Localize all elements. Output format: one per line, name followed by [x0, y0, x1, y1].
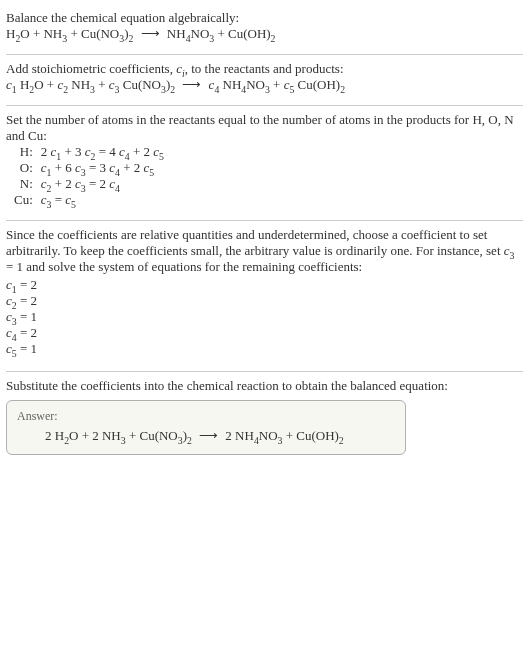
substitute-text: Substitute the coefficients into the che… — [6, 378, 523, 394]
coef-list: c1 = 2 c2 = 2 c3 = 1 c4 = 2 c5 = 1 — [6, 277, 523, 357]
arrow-icon: ⟶ — [137, 26, 164, 42]
answer-label: Answer: — [17, 409, 395, 424]
atoms-section: Set the number of atoms in the reactants… — [6, 108, 523, 218]
atoms-table: H: 2 c1 + 3 c2 = 4 c4 + 2 c5 O: c1 + 6 c… — [10, 144, 168, 208]
intro-text: Balance the chemical equation algebraica… — [6, 10, 523, 26]
coef-item: c2 = 2 — [6, 293, 523, 309]
table-row: Cu: c3 = c5 — [10, 192, 168, 208]
coef-item: c3 = 1 — [6, 309, 523, 325]
divider — [6, 54, 523, 55]
solve-text: Since the coefficients are relative quan… — [6, 227, 523, 275]
answer-eq-lhs: 2 H2O + 2 NH3 + Cu(NO3)2 — [45, 428, 192, 443]
coef-item: c1 = 2 — [6, 277, 523, 293]
divider — [6, 220, 523, 221]
arrow-icon: ⟶ — [178, 77, 205, 93]
stoich-equation: c1 H2O + c2 NH3 + c3 Cu(NO3)2 ⟶ c4 NH4NO… — [6, 77, 523, 93]
answer-eq-rhs: 2 NH4NO3 + Cu(OH)2 — [225, 428, 343, 443]
element-label: H: — [10, 144, 37, 160]
divider — [6, 371, 523, 372]
coef-item: c4 = 2 — [6, 325, 523, 341]
element-equation: c3 = c5 — [37, 192, 168, 208]
stoich-eq-lhs: c1 H2O + c2 NH3 + c3 Cu(NO3)2 — [6, 77, 175, 92]
intro-section: Balance the chemical equation algebraica… — [6, 6, 523, 52]
substitute-section: Substitute the coefficients into the che… — [6, 374, 523, 465]
answer-equation: 2 H2O + 2 NH3 + Cu(NO3)2 ⟶ 2 NH4NO3 + Cu… — [17, 428, 395, 444]
intro-equation: H2O + NH3 + Cu(NO3)2 ⟶ NH4NO3 + Cu(OH)2 — [6, 26, 523, 42]
divider — [6, 105, 523, 106]
element-equation: c1 + 6 c3 = 3 c4 + 2 c5 — [37, 160, 168, 176]
table-row: N: c2 + 2 c3 = 2 c4 — [10, 176, 168, 192]
atoms-text: Set the number of atoms in the reactants… — [6, 112, 523, 144]
stoich-section: Add stoichiometric coefficients, ci, to … — [6, 57, 523, 103]
element-label: N: — [10, 176, 37, 192]
element-label: Cu: — [10, 192, 37, 208]
stoich-text: Add stoichiometric coefficients, ci, to … — [6, 61, 523, 77]
table-row: H: 2 c1 + 3 c2 = 4 c4 + 2 c5 — [10, 144, 168, 160]
element-label: O: — [10, 160, 37, 176]
arrow-icon: ⟶ — [195, 428, 222, 444]
answer-box: Answer: 2 H2O + 2 NH3 + Cu(NO3)2 ⟶ 2 NH4… — [6, 400, 406, 455]
solve-section: Since the coefficients are relative quan… — [6, 223, 523, 369]
coef-item: c5 = 1 — [6, 341, 523, 357]
element-equation: c2 + 2 c3 = 2 c4 — [37, 176, 168, 192]
table-row: O: c1 + 6 c3 = 3 c4 + 2 c5 — [10, 160, 168, 176]
element-equation: 2 c1 + 3 c2 = 4 c4 + 2 c5 — [37, 144, 168, 160]
intro-eq-lhs: H2O + NH3 + Cu(NO3)2 — [6, 26, 133, 41]
intro-eq-rhs: NH4NO3 + Cu(OH)2 — [167, 26, 276, 41]
stoich-eq-rhs: c4 NH4NO3 + c5 Cu(OH)2 — [209, 77, 345, 92]
